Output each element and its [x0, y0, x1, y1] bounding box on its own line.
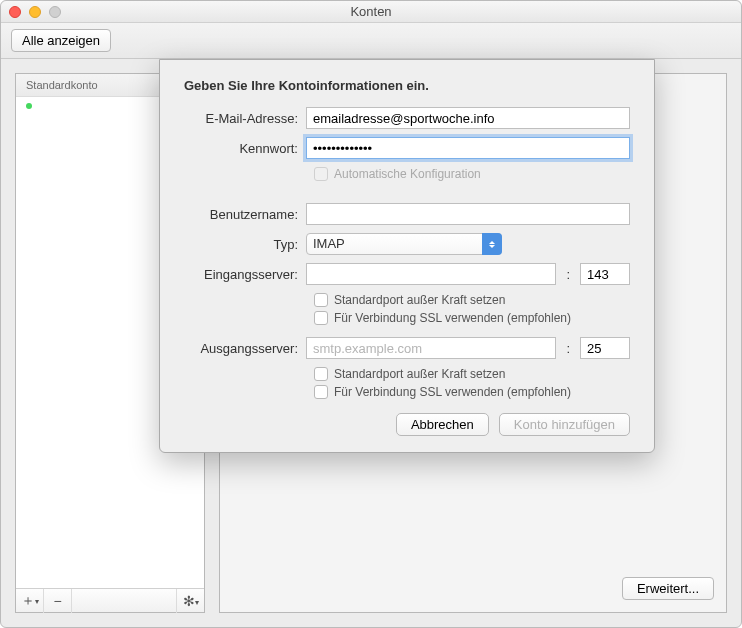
auto-config-label: Automatische Konfiguration — [334, 167, 481, 181]
type-select-value: IMAP — [306, 233, 502, 255]
incoming-override-port-label: Standardport außer Kraft setzen — [334, 293, 505, 307]
port-separator: : — [562, 341, 574, 356]
email-field[interactable] — [306, 107, 630, 129]
gear-icon: ✻▾ — [183, 593, 199, 609]
incoming-label: Eingangsserver: — [184, 267, 306, 282]
toolbar: Alle anzeigen — [1, 23, 741, 59]
outgoing-override-port-checkbox[interactable] — [314, 367, 328, 381]
advanced-button[interactable]: Erweitert... — [622, 577, 714, 600]
incoming-override-port-row[interactable]: Standardport außer Kraft setzen — [314, 293, 630, 307]
incoming-port-field[interactable] — [580, 263, 630, 285]
port-separator: : — [562, 267, 574, 282]
username-label: Benutzername: — [184, 207, 306, 222]
outgoing-label: Ausgangsserver: — [184, 341, 306, 356]
outgoing-server-field[interactable] — [306, 337, 556, 359]
username-field[interactable] — [306, 203, 630, 225]
type-select[interactable]: IMAP — [306, 233, 502, 255]
add-account-dialog: Geben Sie Ihre Kontoinformationen ein. E… — [159, 59, 655, 453]
plus-icon: ＋▾ — [21, 592, 39, 610]
password-field[interactable] — [306, 137, 630, 159]
remove-account-button[interactable]: − — [44, 589, 72, 613]
outgoing-ssl-checkbox[interactable] — [314, 385, 328, 399]
incoming-ssl-label: Für Verbindung SSL verwenden (empfohlen) — [334, 311, 571, 325]
incoming-ssl-row[interactable]: Für Verbindung SSL verwenden (empfohlen) — [314, 311, 630, 325]
incoming-server-field[interactable] — [306, 263, 556, 285]
auto-config-checkbox-row: Automatische Konfiguration — [314, 167, 630, 181]
preferences-window: Konten Alle anzeigen Standardkonto ＋▾ − … — [0, 0, 742, 628]
outgoing-override-port-row[interactable]: Standardport außer Kraft setzen — [314, 367, 630, 381]
incoming-ssl-checkbox[interactable] — [314, 311, 328, 325]
incoming-override-port-checkbox[interactable] — [314, 293, 328, 307]
show-all-button[interactable]: Alle anzeigen — [11, 29, 111, 52]
select-arrows-icon — [482, 233, 502, 255]
email-label: E-Mail-Adresse: — [184, 111, 306, 126]
minus-icon: − — [53, 593, 61, 609]
type-label: Typ: — [184, 237, 306, 252]
outgoing-port-field[interactable] — [580, 337, 630, 359]
cancel-button[interactable]: Abbrechen — [396, 413, 489, 436]
add-account-button[interactable]: ＋▾ — [16, 589, 44, 613]
status-dot-icon — [26, 103, 32, 109]
outgoing-ssl-row[interactable]: Für Verbindung SSL verwenden (empfohlen) — [314, 385, 630, 399]
auto-config-checkbox — [314, 167, 328, 181]
action-menu-button[interactable]: ✻▾ — [176, 589, 204, 613]
sidebar-footer: ＋▾ − ✻▾ — [16, 588, 204, 612]
password-label: Kennwort: — [184, 141, 306, 156]
window-title: Konten — [1, 4, 741, 19]
add-account-button: Konto hinzufügen — [499, 413, 630, 436]
dialog-heading: Geben Sie Ihre Kontoinformationen ein. — [184, 78, 630, 93]
outgoing-ssl-label: Für Verbindung SSL verwenden (empfohlen) — [334, 385, 571, 399]
titlebar: Konten — [1, 1, 741, 23]
outgoing-override-port-label: Standardport außer Kraft setzen — [334, 367, 505, 381]
